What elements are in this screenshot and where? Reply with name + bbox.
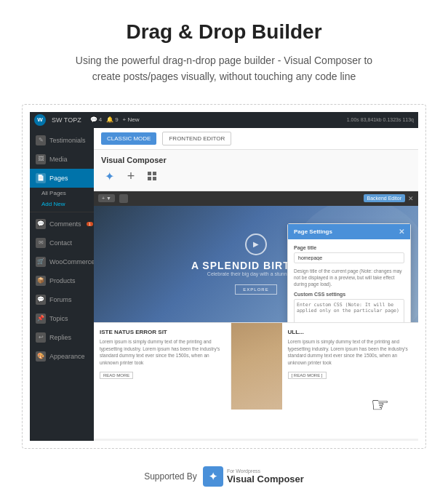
sidebar-label: Replies [49,334,71,341]
page-col-2: ULL... Lorem ipsum is simply dummy text … [282,323,419,410]
replies-icon: ↩ [36,332,46,343]
page-col-1: ISTE NATUS ERROR SIT Lorem ipsum is simp… [94,323,231,410]
sidebar-subitem-all-pages[interactable]: All Pages [30,188,94,199]
supported-by-text: Supported By [144,471,197,482]
panel-description: Design title of the current page (Note: … [294,268,404,287]
performance-stats: 1.00s 83,841kb 0.1323s 113q [347,117,414,122]
page-title: Drag & Drop Builder [29,20,419,44]
sidebar-label: Forums [49,296,72,303]
col2-title: ULL... [288,329,413,335]
woocommerce-icon: 🛒 [36,257,46,267]
screenshot-container: W SW TOPZ 💬 4 🔔 9 + New 1.00s 83,841kb 0… [22,104,426,449]
svg-rect-3 [153,177,156,180]
bar-item-comments: 💬 4 [90,116,102,123]
sidebar-item-testimonials[interactable]: ✎ Testimonials [30,131,94,150]
col2-read-more[interactable]: [ READ MORE ] [288,372,327,379]
page-header: Drag & Drop Builder Using the powerful d… [0,0,448,97]
contact-icon: ✉ [36,238,46,248]
vc-title: Visual Composer [101,156,411,164]
preview-close-btn[interactable]: ✕ [408,195,414,202]
vc-logo-text: For Wordpress Visual Composer [227,468,304,484]
wp-admin-bar: W SW TOPZ 💬 4 🔔 9 + New 1.00s 83,841kb 0… [30,112,418,128]
media-icon: 🖼 [36,154,46,164]
sidebar-item-media[interactable]: 🖼 Media [30,150,94,169]
sidebar-separator [30,212,94,212]
sidebar-item-topics[interactable]: 📌 Topics [30,309,94,328]
sidebar-item-products[interactable]: 📦 Products [30,271,94,290]
sidebar-item-pages[interactable]: 📄 Pages [30,169,94,188]
page-settings-panel: Page Settings ✕ Page title Design title … [287,223,411,322]
appearance-icon: 🎨 [36,351,46,362]
page-description: Using the powerful drag-n-drop page buil… [71,52,377,85]
page-title-input[interactable] [294,252,404,263]
sidebar-label: WooCommerce [49,258,95,266]
site-name: SW TOPZ [52,116,81,124]
sidebar-label: Comments [49,220,81,228]
preview-icon [119,194,128,203]
pages-icon: 📄 [36,173,46,183]
vc-logo-icon: ✦ [203,466,223,487]
sidebar-item-replies[interactable]: ↩ Replies [30,328,94,347]
sidebar-label: Contact [49,239,72,247]
sidebar-item-woocommerce[interactable]: 🛒 WooCommerce [30,252,94,271]
col1-read-more[interactable]: READ MORE [100,372,133,379]
sidebar-subitem-add-new[interactable]: Add New [30,199,94,209]
vc-icon-row: ✦ + [101,169,411,185]
wp-sidebar: ✎ Testimonials 🖼 Media 📄 Pages All Pages… [30,128,94,441]
sidebar-label: Appearance [49,353,85,360]
preview-bar: + ▼ Backend Editor ✕ [94,191,418,206]
panel-body: Page title Design title of the current p… [288,239,410,322]
sidebar-item-contact[interactable]: ✉ Contact [30,233,94,252]
backend-editor-btn[interactable]: Backend Editor [364,194,405,202]
new-button[interactable]: + New [123,116,140,123]
frontend-editor-button[interactable]: FRONTEND EDITOR [162,132,231,145]
wp-main-content: CLASSIC MODE FRONTEND EDITOR Visual Comp… [94,128,418,441]
svg-rect-1 [153,172,156,175]
sidebar-item-comments[interactable]: 💬 Comments 1 [30,215,94,233]
footer: Supported By ✦ For Wordpress Visual Comp… [0,459,448,494]
play-button[interactable]: ▶ [245,233,267,255]
page-title-label: Page title [294,245,404,250]
col1-title: ISTE NATUS ERROR SIT [100,329,225,335]
col2-text: Lorem ipsum is simply dummy text of the … [288,338,413,367]
vc-logo-icon: ✦ [101,169,117,185]
sidebar-label: Pages [49,175,68,182]
svg-rect-0 [148,172,151,175]
sidebar-item-appearance[interactable]: 🎨 Appearance [30,347,94,366]
comment-icon: 💬 [90,116,97,123]
comments-badge: 1 [87,222,93,226]
classic-mode-button[interactable]: CLASSIC MODE [101,132,156,145]
page-hero: ▶ A SPLENDID BIRTHDAY Celebrate their bi… [94,206,418,322]
notification-icon: 🔔 [106,116,113,123]
page-col-img [231,323,282,410]
svg-rect-2 [148,177,151,180]
preview-add-btn[interactable]: + ▼ [98,194,115,202]
preview-container: + ▼ Backend Editor ✕ ▶ A SPLENDID BIRTHD… [94,191,418,439]
forums-icon: 💬 [36,295,46,305]
admin-bar-items: 💬 4 🔔 9 + New [90,116,140,123]
col1-text: Lorem ipsum is simply dummy text of the … [100,338,225,367]
panel-header: Page Settings ✕ [288,224,410,239]
wp-admin-layout: ✎ Testimonials 🖼 Media 📄 Pages All Pages… [30,128,418,441]
topics-icon: 📌 [36,314,46,324]
products-icon: 📦 [36,276,46,286]
vc-brand-name: Visual Composer [227,474,304,484]
vc-toolbar: CLASSIC MODE FRONTEND EDITOR [94,128,418,150]
css-textarea[interactable] [294,299,404,322]
sidebar-label: Products [49,277,76,284]
comments-icon: 💬 [36,219,46,229]
preview-right-buttons: Backend Editor ✕ [364,194,414,202]
bar-item-notifications: 🔔 9 [106,116,118,123]
vc-for-label: For Wordpress [227,468,260,474]
explore-button[interactable]: EXPLORE [235,284,276,295]
vc-area: Visual Composer ✦ + [94,150,418,191]
css-label: Custom CSS settings [294,292,404,297]
panel-close-button[interactable]: ✕ [399,228,404,236]
wp-logo: W [34,114,46,126]
sidebar-item-forums[interactable]: 💬 Forums [30,290,94,309]
page-bottom-strip: ISTE NATUS ERROR SIT Lorem ipsum is simp… [94,322,418,410]
sidebar-label: Topics [49,315,68,322]
vc-grid-icon [145,169,161,185]
sidebar-label: Media [49,156,68,163]
vc-add-icon[interactable]: + [123,169,139,185]
